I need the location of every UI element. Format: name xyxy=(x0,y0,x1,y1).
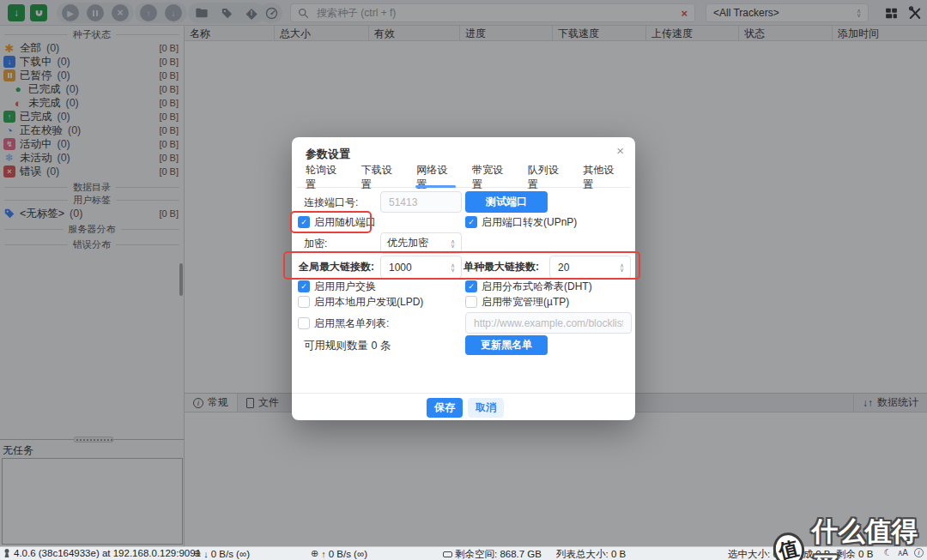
annotation-random-port-highlight xyxy=(290,211,372,233)
blocklist-url-field xyxy=(465,312,632,334)
tab-network-settings[interactable]: 网络设置 xyxy=(408,168,464,187)
port-field xyxy=(380,191,462,213)
upnp-label: 启用端口转发(UPnP) xyxy=(482,216,577,228)
pex-checkbox[interactable]: ✓ xyxy=(298,280,310,292)
global-upload-speed: ⊕↑ 0 B/s (∞) xyxy=(311,548,367,559)
utp-label: 启用带宽管理(µTP) xyxy=(482,296,569,308)
dialog-footer xyxy=(292,393,635,420)
globe-icon: ⊕ xyxy=(193,548,201,559)
rules-count-text: 可用规则数量 0 条 xyxy=(304,340,391,352)
tab-other-settings[interactable]: 其他设置 xyxy=(574,168,630,187)
encryption-label: 加密: xyxy=(304,238,327,250)
blocklist-label: 启用黑名单列表: xyxy=(314,317,389,329)
app-logo-icon xyxy=(3,548,11,558)
tab-queue-settings[interactable]: 队列设置 xyxy=(519,168,575,187)
cancel-button[interactable]: 取消 xyxy=(468,398,504,418)
watermark-text: 什么值得买 xyxy=(812,514,927,560)
list-total-status: 列表总大小: 0 B xyxy=(556,548,626,560)
chevron-updown-icon: ∧∨ xyxy=(451,239,455,248)
test-port-button[interactable]: 测试端口 xyxy=(465,191,548,213)
check-icon: ✓ xyxy=(468,282,475,291)
utp-checkbox[interactable] xyxy=(465,296,477,308)
upnp-checkbox[interactable]: ✓ xyxy=(465,216,477,228)
watermark: 值 什么值得买 xyxy=(773,514,927,560)
update-blocklist-button[interactable]: 更新黑名单 xyxy=(465,335,548,355)
disk-icon xyxy=(443,551,452,557)
blocklist-url-input[interactable] xyxy=(472,316,625,330)
tab-bandwidth-settings[interactable]: 带宽设置 xyxy=(464,168,519,187)
tab-polling-settings[interactable]: 轮询设置 xyxy=(297,168,353,187)
close-icon[interactable]: × xyxy=(616,143,624,158)
dialog-title: 参数设置 xyxy=(306,147,350,162)
lpd-label: 启用本地用户发现(LPD) xyxy=(314,296,423,308)
annotation-max-connections-highlight xyxy=(283,251,640,280)
globe-icon: ⊕ xyxy=(311,548,318,559)
dht-label: 启用分布式哈希表(DHT) xyxy=(482,280,592,292)
down-arrow-icon: ↓ xyxy=(203,549,209,559)
watermark-badge: 值 xyxy=(770,529,808,560)
blocklist-checkbox[interactable] xyxy=(298,317,310,329)
up-arrow-icon: ↑ xyxy=(321,549,326,559)
lpd-checkbox[interactable] xyxy=(298,296,310,308)
save-button[interactable]: 保存 xyxy=(427,398,463,418)
check-icon: ✓ xyxy=(300,282,307,291)
pex-label: 启用用户交换 xyxy=(314,280,376,292)
port-input[interactable] xyxy=(387,196,455,209)
dht-checkbox[interactable]: ✓ xyxy=(465,280,477,292)
global-download-speed: ⊕↓ 0 B/s (∞) xyxy=(193,548,250,559)
port-label: 连接端口号: xyxy=(304,196,358,208)
encryption-value: 优先加密 xyxy=(387,236,428,250)
dialog-tabs: 轮询设置 下载设置 网络设置 带宽设置 队列设置 其他设置 xyxy=(297,168,630,188)
free-space-status: 剩余空间: 868.7 GB xyxy=(443,548,542,560)
check-icon: ✓ xyxy=(468,218,475,226)
tab-download-settings[interactable]: 下载设置 xyxy=(353,168,409,187)
app-window: ↓ ▶ × ↑ ↓ ◆! xyxy=(0,0,927,560)
version-status: 4.0.6 (38c164933e) at 192.168.0.129:9091 xyxy=(3,548,201,558)
